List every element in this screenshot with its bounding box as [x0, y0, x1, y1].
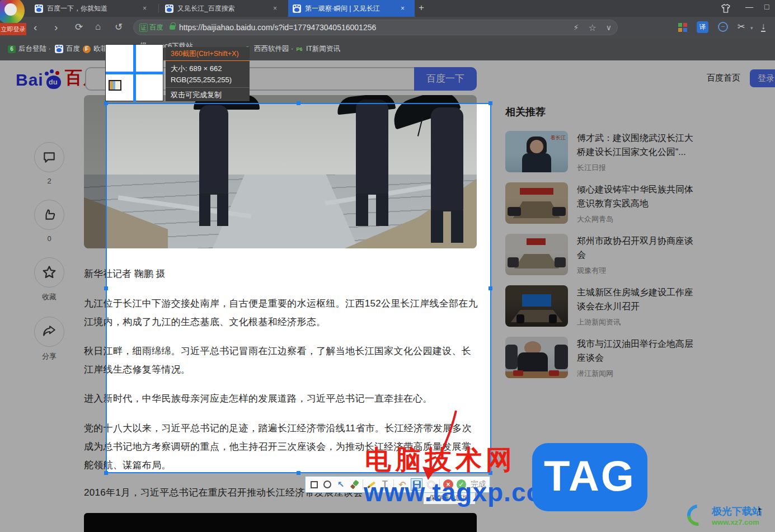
- bookmark-star-icon[interactable]: ☆: [588, 22, 596, 33]
- selection-size: 大小: 689 × 662: [171, 64, 245, 74]
- watermark-site-name: 电脑技术网: [365, 442, 516, 478]
- screen: Bai du 百度 百度一下 百度首页 登录 2 0 收藏: [0, 0, 775, 532]
- translate-icon[interactable]: 译: [697, 21, 708, 33]
- selection-handle[interactable]: [104, 286, 108, 290]
- restore-icon[interactable]: ↺: [115, 21, 123, 33]
- watermark-tag-logo: TAG: [532, 443, 647, 511]
- baidu-favicon: [35, 4, 43, 13]
- pixel-rgb: RGB(255,255,255): [171, 76, 245, 84]
- rectangle-tool-icon[interactable]: [309, 479, 319, 489]
- browser-login-tag[interactable]: 立即登录: [0, 23, 26, 35]
- crosshair-horizontal: [106, 72, 164, 74]
- skin-theme-icon[interactable]: [721, 4, 731, 13]
- selection-handle[interactable]: [104, 101, 108, 105]
- ad-blocker-icon[interactable]: −: [718, 22, 728, 32]
- maximize-button[interactable]: □: [764, 2, 769, 11]
- scissors-dropdown-icon[interactable]: ▾: [750, 25, 753, 31]
- selection-handle[interactable]: [297, 101, 300, 105]
- bookmark-label: 百度: [66, 44, 80, 54]
- tab-search[interactable]: 又见长江_百度搜索 ×: [161, 0, 286, 17]
- tab-title: 又见长江_百度搜索: [177, 4, 267, 13]
- jiguang-logo-icon: [683, 500, 713, 530]
- refresh-icon[interactable]: ⟳: [75, 21, 83, 33]
- apps-grid-icon[interactable]: [678, 23, 687, 32]
- selection-handle[interactable]: [104, 471, 108, 475]
- baidu-favicon: [293, 4, 301, 13]
- bookmark-favicon: P6: [295, 45, 303, 53]
- bookmark-favicon: 6: [8, 45, 16, 53]
- bookmark-label: 后台登陆 ·: [18, 44, 51, 54]
- tab-title: 第一观察·瞬间 | 又见长江: [305, 4, 394, 13]
- tab-title: 百度一下，你就知道: [47, 4, 137, 13]
- selection-handle[interactable]: [489, 101, 492, 105]
- baidu-favicon: [165, 4, 173, 13]
- selection-handle[interactable]: [297, 471, 300, 475]
- bookmark-item[interactable]: 6 后台登陆 ·: [8, 44, 51, 54]
- tab-baidu-home[interactable]: 百度一下，你就知道 ×: [30, 0, 157, 17]
- tab-close-icon[interactable]: ×: [273, 4, 277, 12]
- ellipse-tool-icon[interactable]: [322, 479, 332, 489]
- bookmark-item[interactable]: C 西西软件园 ·: [243, 44, 293, 54]
- cert-site-name: 百度: [149, 23, 163, 32]
- bookmark-label: 西西软件园 ·: [254, 44, 293, 54]
- arrow-tool-icon[interactable]: ↖: [336, 479, 346, 489]
- tool-title: 360截图(Ctrl+Shift+X): [171, 49, 245, 59]
- forward-icon[interactable]: ›: [54, 21, 58, 34]
- tool-hint: 双击可完成复制: [171, 90, 245, 100]
- tab-bar: 百度一下，你就知道 × 又见长江_百度搜索 × 第一观察·瞬间 | 又见长江 ×…: [0, 0, 775, 17]
- download-icon[interactable]: ↓: [761, 21, 765, 32]
- back-icon[interactable]: ‹: [34, 21, 37, 34]
- scroll-up-arrow: ↑: [757, 503, 763, 518]
- screenshot-tooltip: 360截图(Ctrl+Shift+X) 大小: 689 × 662 RGB(25…: [166, 47, 250, 101]
- bookmark-label: IT新闻资讯: [306, 44, 340, 54]
- minimize-button[interactable]: —: [745, 2, 753, 11]
- bookmark-item[interactable]: P6 IT新闻资讯: [295, 44, 340, 54]
- brush-tool-icon[interactable]: [349, 479, 359, 489]
- scissors-icon[interactable]: ✂: [738, 21, 745, 32]
- watermark-jiguang: 极光下载站 www.xz7.com: [687, 505, 762, 526]
- cert-icon: 证: [139, 23, 148, 32]
- url-text[interactable]: https://baijiahao.baidu.com/s?id=1779473…: [179, 23, 564, 32]
- address-bar: ‹ › ⟳ ⌂ ↺ 证 百度 https://baijiahao.baidu.c…: [0, 17, 775, 38]
- new-tab-button[interactable]: +: [419, 2, 424, 13]
- url-field[interactable]: 证 百度 https://baijiahao.baidu.com/s?id=17…: [133, 20, 618, 35]
- baidu-favicon: [55, 45, 63, 53]
- selection-handle[interactable]: [489, 286, 492, 290]
- bookmark-item[interactable]: F 欧菲: [83, 44, 107, 54]
- tab-close-icon[interactable]: ×: [401, 4, 405, 12]
- pixel-preview: [109, 80, 121, 91]
- home-icon[interactable]: ⌂: [95, 21, 101, 32]
- jiguang-url: www.xz7.com: [712, 518, 762, 526]
- chevron-down-icon[interactable]: ∨: [606, 23, 612, 32]
- dim-overlay-left: [0, 103, 106, 532]
- screenshot-magnifier: [105, 44, 163, 101]
- jiguang-name: 极光下载站: [712, 505, 762, 518]
- bookmark-favicon: F: [83, 45, 91, 53]
- tab-article-active[interactable]: 第一观察·瞬间 | 又见长江 ×: [288, 0, 415, 17]
- site-cert-badge[interactable]: 证 百度: [139, 23, 163, 32]
- bookmark-item[interactable]: 百度: [55, 44, 80, 54]
- tab-close-icon[interactable]: ×: [143, 4, 147, 12]
- flash-icon[interactable]: ⚡: [574, 23, 579, 32]
- lock-icon: [170, 25, 175, 30]
